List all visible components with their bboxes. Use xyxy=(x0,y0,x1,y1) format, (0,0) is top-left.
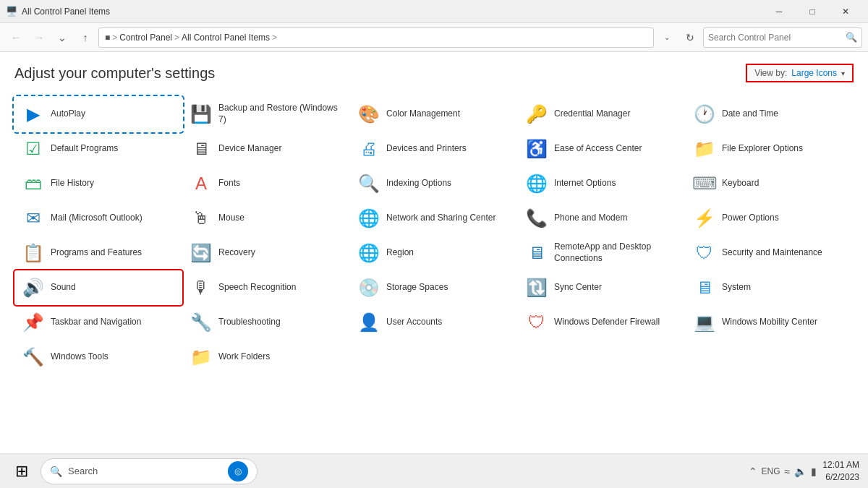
item-icon-indexing: 🔍 xyxy=(357,172,380,195)
view-by-dropdown[interactable]: View by: Large Icons ▾ xyxy=(746,64,854,82)
item-icon-sound: 🔊 xyxy=(22,276,45,299)
item-datetime[interactable]: 🕐Date and Time xyxy=(686,97,854,132)
recent-dropdown-button[interactable]: ⌄ xyxy=(52,27,72,48)
item-icon-keyboard: ⌨ xyxy=(693,172,716,195)
maximize-button[interactable]: □ xyxy=(796,0,829,23)
item-icon-internet: 🌐 xyxy=(525,172,548,195)
item-user[interactable]: 👤User Accounts xyxy=(350,305,518,340)
item-devices[interactable]: 🖨Devices and Printers xyxy=(350,132,518,166)
up-button[interactable]: ↑ xyxy=(75,27,95,48)
item-fileexp[interactable]: 📁File Explorer Options xyxy=(686,132,854,166)
item-backup[interactable]: 💾Backup and Restore (Windows 7) xyxy=(182,97,350,132)
path-control-panel: Control Panel xyxy=(119,33,172,43)
forward-button[interactable]: → xyxy=(29,27,49,48)
item-label-fonts: Fonts xyxy=(218,178,240,189)
volume-icon[interactable]: 🔈 xyxy=(794,466,807,477)
item-label-trouble: Troubleshooting xyxy=(218,317,281,328)
item-region[interactable]: 🌐Region xyxy=(350,236,518,270)
item-phone[interactable]: 📞Phone and Modem xyxy=(518,201,686,236)
item-filehist[interactable]: 🗃File History xyxy=(14,166,182,201)
start-button[interactable]: ⊞ xyxy=(9,458,35,484)
item-label-keyboard: Keyboard xyxy=(722,178,759,189)
minimize-button[interactable]: ─ xyxy=(762,0,796,23)
item-icon-taskbar: 📌 xyxy=(22,311,45,334)
item-keyboard[interactable]: ⌨Keyboard xyxy=(686,166,854,201)
refresh-button[interactable]: ↻ xyxy=(680,27,700,48)
item-label-color: Color Management xyxy=(386,108,460,120)
item-default[interactable]: ☑Default Programs xyxy=(14,132,182,166)
item-ease[interactable]: ♿Ease of Access Center xyxy=(518,132,686,166)
title-bar: 🖥️ All Control Panel Items ─ □ ✕ xyxy=(0,0,868,23)
taskbar-search-box[interactable]: 🔍 Search ◎ xyxy=(41,458,258,484)
wifi-icon[interactable]: ≈ xyxy=(785,466,791,477)
taskbar-search-text: Search xyxy=(68,466,98,476)
item-taskbar[interactable]: 📌Taskbar and Navigation xyxy=(14,305,182,340)
item-work[interactable]: 📁Work Folders xyxy=(182,340,350,374)
item-label-sound: Sound xyxy=(51,282,76,294)
item-indexing[interactable]: 🔍Indexing Options xyxy=(350,166,518,201)
item-label-user: User Accounts xyxy=(386,317,442,328)
item-system[interactable]: 🖥System xyxy=(686,270,854,305)
item-icon-system: 🖥 xyxy=(693,276,716,299)
chevron-up-icon[interactable]: ⌃ xyxy=(749,466,757,477)
item-programs[interactable]: 📋Programs and Features xyxy=(14,236,182,270)
back-button[interactable]: ← xyxy=(6,27,26,48)
item-wmob[interactable]: 💻Windows Mobility Center xyxy=(686,305,854,340)
cortana-icon: ◎ xyxy=(234,466,242,476)
path-icon: ■ xyxy=(105,33,110,43)
item-storage[interactable]: 💿Storage Spaces xyxy=(350,270,518,305)
language-indicator[interactable]: ENG xyxy=(762,466,780,476)
item-trouble[interactable]: 🔧Troubleshooting xyxy=(182,305,350,340)
item-mail[interactable]: ✉Mail (Microsoft Outlook) xyxy=(14,201,182,236)
title-bar-title: All Control Panel Items xyxy=(22,7,110,17)
address-search-box[interactable]: 🔍 xyxy=(703,27,862,48)
item-remoteapp[interactable]: 🖥RemoteApp and Desktop Connections xyxy=(518,236,686,270)
view-by-chevron-icon: ▾ xyxy=(841,69,845,77)
item-label-backup: Backup and Restore (Windows 7) xyxy=(218,103,343,125)
address-search-icon[interactable]: 🔍 xyxy=(846,32,857,43)
item-icon-autoplay: ▶ xyxy=(22,103,45,126)
dropdown-arrow-button[interactable]: ⌄ xyxy=(657,27,677,48)
item-icon-phone: 📞 xyxy=(525,207,548,230)
item-label-speech: Speech Recognition xyxy=(218,282,296,294)
item-devicemgr[interactable]: 🖥Device Manager xyxy=(182,132,350,166)
item-label-internet: Internet Options xyxy=(554,178,616,189)
item-wdf[interactable]: 🛡Windows Defender Firewall xyxy=(518,305,686,340)
taskbar-system-icons: ⌃ ENG ≈ 🔈 ▮ xyxy=(749,466,817,477)
address-search-input[interactable] xyxy=(708,33,843,43)
item-label-autoplay: AutoPlay xyxy=(51,108,85,120)
item-icon-filehist: 🗃 xyxy=(22,172,45,195)
address-path[interactable]: ■ > Control Panel > All Control Panel It… xyxy=(98,27,654,48)
item-icon-work: 📁 xyxy=(190,346,213,369)
item-wtools[interactable]: 🔨Windows Tools xyxy=(14,340,182,374)
cortana-button[interactable]: ◎ xyxy=(228,461,248,481)
item-icon-fileexp: 📁 xyxy=(693,137,716,160)
item-autoplay[interactable]: ▶AutoPlay xyxy=(14,97,182,132)
item-power[interactable]: ⚡Power Options xyxy=(686,201,854,236)
item-internet[interactable]: 🌐Internet Options xyxy=(518,166,686,201)
item-mouse[interactable]: 🖱Mouse xyxy=(182,201,350,236)
item-icon-mail: ✉ xyxy=(22,207,45,230)
item-color[interactable]: 🎨Color Management xyxy=(350,97,518,132)
item-fonts[interactable]: AFonts xyxy=(182,166,350,201)
item-network[interactable]: 🌐Network and Sharing Center xyxy=(350,201,518,236)
item-icon-mouse: 🖱 xyxy=(190,207,213,230)
item-credential[interactable]: 🔑Credential Manager xyxy=(518,97,686,132)
item-label-devicemgr: Device Manager xyxy=(218,143,281,155)
item-icon-storage: 💿 xyxy=(357,276,380,299)
item-speech[interactable]: 🎙Speech Recognition xyxy=(182,270,350,305)
item-icon-sync: 🔃 xyxy=(525,276,548,299)
item-recovery[interactable]: 🔄Recovery xyxy=(182,236,350,270)
item-label-network: Network and Sharing Center xyxy=(386,213,495,224)
item-label-indexing: Indexing Options xyxy=(386,178,451,189)
item-icon-wmob: 💻 xyxy=(693,311,716,334)
items-grid: ▶AutoPlay💾Backup and Restore (Windows 7)… xyxy=(14,97,854,374)
item-sound[interactable]: 🔊Sound xyxy=(14,270,182,305)
item-security[interactable]: 🛡Security and Maintenance xyxy=(686,236,854,270)
item-sync[interactable]: 🔃Sync Center xyxy=(518,270,686,305)
battery-icon[interactable]: ▮ xyxy=(811,466,817,477)
close-button[interactable]: ✕ xyxy=(829,0,862,23)
item-icon-wdf: 🛡 xyxy=(525,311,548,334)
taskbar-clock[interactable]: 12:01 AM 6/2/2023 xyxy=(822,459,859,484)
item-label-phone: Phone and Modem xyxy=(554,213,627,224)
